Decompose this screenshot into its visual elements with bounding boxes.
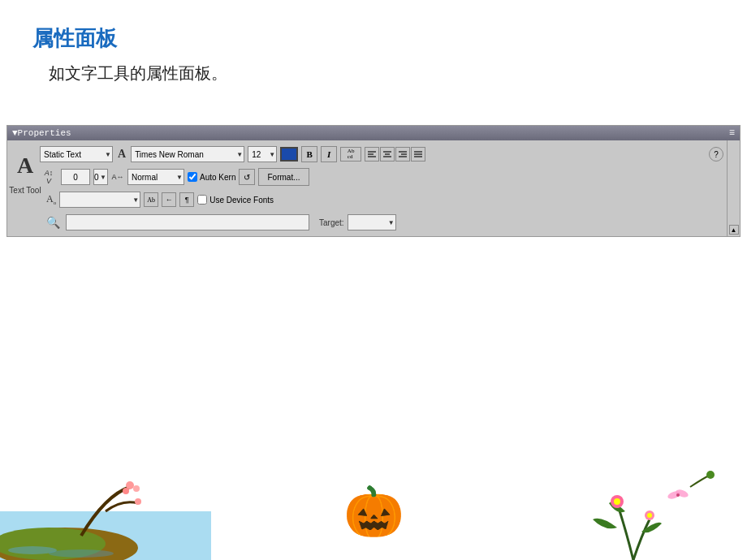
properties-title: ▼Properties <box>12 128 71 138</box>
font-size-wrapper: 12 891011 14161820 ▼ <box>248 146 277 162</box>
embed-select[interactable]: Embed <box>59 192 140 208</box>
refresh-icon[interactable]: ↺ <box>239 169 255 185</box>
svg-point-24 <box>647 513 652 518</box>
page-subtitle: 如文字工具的属性面板。 <box>49 62 715 84</box>
panel-controls: Static Text Dynamic Text Input Text ▼ A … <box>40 144 723 233</box>
use-device-fonts-label[interactable]: Use Device Fonts <box>197 195 274 205</box>
properties-header: ▼Properties ≡ <box>7 126 740 140</box>
url-input[interactable] <box>66 214 309 230</box>
tracking-input[interactable] <box>61 169 90 185</box>
embed-icon: Ao <box>46 193 56 206</box>
big-a-icon: A <box>14 145 37 186</box>
embed-wrapper: Embed ▼ <box>59 192 140 208</box>
tracking-arrow-wrapper: 012 ▼ <box>93 169 108 185</box>
bottom-decoration: 🎃 <box>0 454 747 560</box>
tracking-icon: A↕V <box>40 169 58 185</box>
prop-row-4: 🔍 Target: _blank _self _parent _top ▼ <box>40 212 723 233</box>
abcd-icon[interactable]: Abcd <box>340 147 361 162</box>
font-name-select[interactable]: Times New Roman Arial Helvetica Courier … <box>131 146 244 162</box>
use-device-fonts-checkbox[interactable] <box>197 195 207 205</box>
props-left-col: A Text Tool <box>11 144 40 233</box>
page-title: 属性面板 <box>32 24 715 53</box>
decor-left <box>0 463 211 560</box>
render-para-button[interactable]: ¶ <box>179 192 194 207</box>
scroll-bar: ▲ <box>727 140 740 236</box>
text-color-box[interactable] <box>280 147 298 162</box>
render-ab-button[interactable]: Ab <box>144 192 158 207</box>
render-arrow-button[interactable]: ← <box>162 192 176 207</box>
target-label: Target: <box>319 218 344 227</box>
kerning-select[interactable]: Normal Auto 0 <box>127 169 184 185</box>
align-center-button[interactable] <box>380 147 395 162</box>
auto-kern-label[interactable]: Auto Kern <box>188 172 235 182</box>
properties-panel: ▼Properties ≡ A Text Tool Static Text Dy… <box>6 125 741 237</box>
target-select[interactable]: _blank _self _parent _top <box>348 214 396 230</box>
svg-point-22 <box>614 498 620 505</box>
auto-kern-checkbox[interactable] <box>188 172 197 182</box>
prop-row-3: Ao Embed ▼ Ab ← ¶ <box>40 189 723 210</box>
svg-point-20 <box>49 549 114 558</box>
svg-point-18 <box>135 498 141 505</box>
auto-kern-text: Auto Kern <box>200 173 235 182</box>
help-button[interactable]: ? <box>709 147 723 162</box>
text-type-select[interactable]: Static Text Dynamic Text Input Text <box>40 146 113 162</box>
svg-point-16 <box>133 485 140 492</box>
prop-row-1: Static Text Dynamic Text Input Text ▼ A … <box>40 144 723 165</box>
format-button[interactable]: Format... <box>258 168 309 186</box>
bold-button[interactable]: B <box>301 146 317 162</box>
prop-row-2: A↕V 012 ▼ A↔ Normal Auto 0 <box>40 166 723 187</box>
italic-button[interactable]: I <box>321 146 337 162</box>
decor-right <box>552 471 715 560</box>
magnify-icon[interactable]: 🔍 <box>46 216 63 229</box>
properties-header-left: ▼Properties <box>12 128 71 138</box>
decor-center: 🎃 <box>337 475 410 548</box>
align-justify-button[interactable] <box>411 147 425 162</box>
font-size-select[interactable]: 12 891011 14161820 <box>248 146 277 162</box>
kerning-wrapper: Normal Auto 0 ▼ <box>127 169 184 185</box>
font-name-wrapper: Times New Roman Arial Helvetica Courier … <box>131 146 244 162</box>
target-wrapper: _blank _self _parent _top ▼ <box>348 214 396 230</box>
align-buttons <box>365 147 425 162</box>
scroll-up-arrow[interactable]: ▲ <box>729 225 739 235</box>
svg-point-27 <box>676 493 680 497</box>
properties-menu-icon[interactable]: ≡ <box>729 127 735 139</box>
align-left-button[interactable] <box>365 147 379 162</box>
svg-point-17 <box>123 488 129 494</box>
panel-inner: A Text Tool Static Text Dynamic Text Inp… <box>7 140 740 236</box>
text-type-wrapper: Static Text Dynamic Text Input Text ▼ <box>40 146 113 162</box>
svg-point-28 <box>706 471 715 479</box>
tracking-select[interactable]: 012 <box>93 169 108 185</box>
use-device-fonts-text: Use Device Fonts <box>209 196 274 205</box>
kerning-icon: A↔ <box>111 173 124 181</box>
align-right-button[interactable] <box>395 147 410 162</box>
font-icon: A <box>118 148 126 161</box>
